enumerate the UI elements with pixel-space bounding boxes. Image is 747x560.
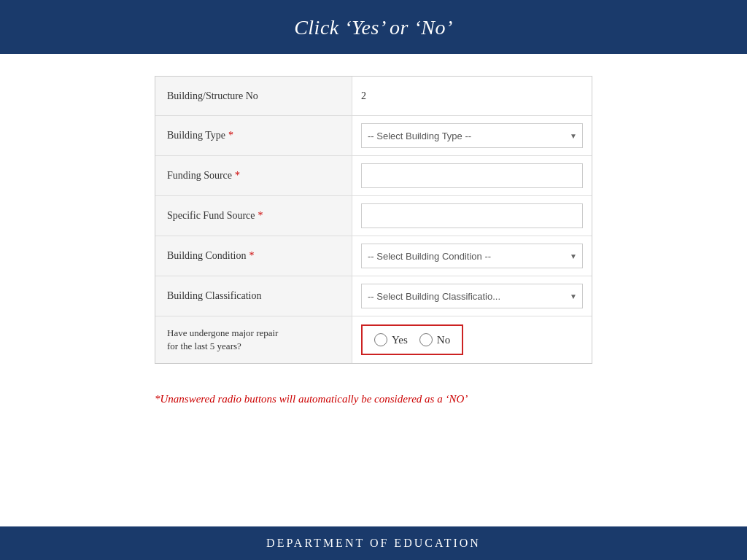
- page-footer: Department of Education: [0, 526, 747, 560]
- row-building-classification: Building Classification -- Select Buildi…: [155, 276, 592, 316]
- label-funding-source: Funding Source *: [155, 156, 352, 195]
- building-type-select[interactable]: -- Select Building Type --: [361, 123, 583, 148]
- value-building-condition: -- Select Building Condition --: [352, 236, 592, 276]
- value-building-type: -- Select Building Type --: [352, 116, 592, 155]
- label-building-structure-no: Building/Structure No: [155, 77, 352, 115]
- form-container: Building/Structure No 2 Building Type * …: [155, 76, 592, 364]
- radio-option-yes[interactable]: Yes: [374, 333, 408, 346]
- repair-label-line1: Have undergone major repair: [167, 327, 278, 340]
- building-classification-select[interactable]: -- Select Building Classificatio...: [361, 284, 583, 308]
- radio-yes-label: Yes: [392, 334, 408, 346]
- radio-yes[interactable]: [374, 333, 387, 346]
- radio-group-major-repair: Yes No: [361, 324, 463, 355]
- main-content: Building/Structure No 2 Building Type * …: [0, 54, 747, 526]
- required-marker-building-condition: *: [249, 250, 255, 262]
- funding-source-input[interactable]: [361, 163, 583, 188]
- row-building-structure-no: Building/Structure No 2: [155, 77, 592, 116]
- header-title: Click ‘Yes’ or ‘No’: [294, 16, 453, 39]
- select-wrapper-building-classification: -- Select Building Classificatio...: [361, 284, 583, 308]
- label-building-type: Building Type *: [155, 116, 352, 155]
- required-marker-specific-fund-source: *: [258, 210, 263, 222]
- select-wrapper-building-condition: -- Select Building Condition --: [361, 244, 583, 268]
- building-structure-no-value: 2: [361, 90, 366, 102]
- row-specific-fund-source: Specific Fund Source *: [155, 196, 592, 236]
- label-major-repair: Have undergone major repair for the last…: [155, 316, 352, 363]
- unanswered-note: *Unanswered radio buttons will automatic…: [155, 393, 592, 405]
- value-building-classification: -- Select Building Classificatio...: [352, 276, 592, 316]
- footer-text: Department of Education: [266, 537, 481, 549]
- value-building-structure-no: 2: [352, 77, 592, 115]
- select-wrapper-building-type: -- Select Building Type --: [361, 123, 583, 148]
- row-building-type: Building Type * -- Select Building Type …: [155, 116, 592, 156]
- label-specific-fund-source: Specific Fund Source *: [155, 196, 352, 236]
- value-major-repair: Yes No: [352, 316, 592, 363]
- label-building-condition: Building Condition *: [155, 236, 352, 276]
- radio-option-no[interactable]: No: [419, 333, 450, 346]
- specific-fund-source-input[interactable]: [361, 203, 583, 228]
- note-text: *Unanswered radio buttons will automatic…: [155, 393, 468, 405]
- row-major-repair: Have undergone major repair for the last…: [155, 316, 592, 363]
- row-funding-source: Funding Source *: [155, 156, 592, 196]
- row-building-condition: Building Condition * -- Select Building …: [155, 236, 592, 276]
- building-condition-select[interactable]: -- Select Building Condition --: [361, 244, 583, 268]
- page-header: Click ‘Yes’ or ‘No’: [0, 0, 747, 54]
- required-marker-funding-source: *: [235, 170, 240, 182]
- radio-no-label: No: [437, 334, 450, 346]
- value-funding-source: [352, 156, 592, 195]
- value-specific-fund-source: [352, 196, 592, 236]
- required-marker-building-type: *: [228, 130, 233, 141]
- label-building-classification: Building Classification: [155, 276, 352, 316]
- repair-label-line2: for the last 5 years?: [167, 340, 278, 353]
- radio-no[interactable]: [419, 333, 433, 346]
